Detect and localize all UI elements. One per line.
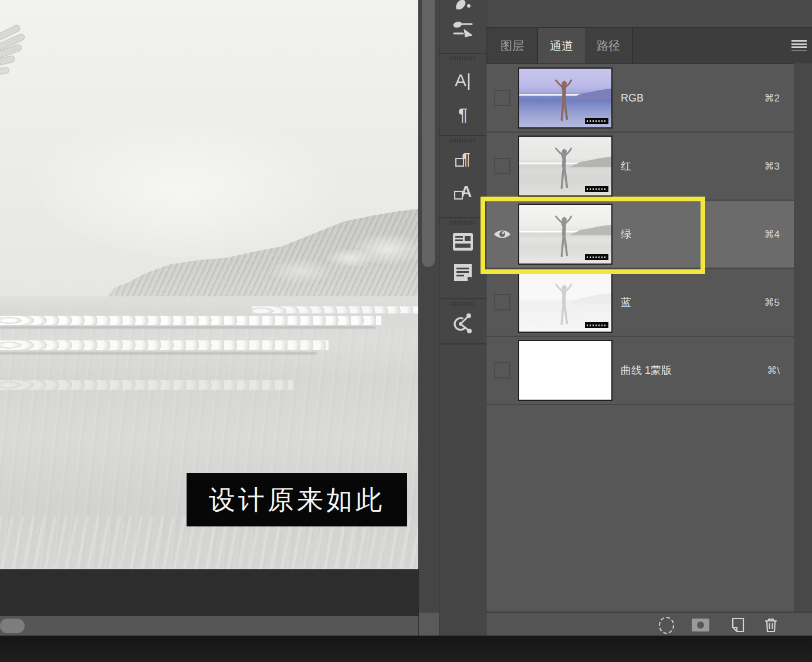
wave-foam [252, 306, 418, 313]
channel-shortcut: ⌘4 [764, 228, 794, 241]
wave-foam [0, 316, 381, 325]
visibility-cell[interactable] [486, 90, 518, 106]
wave-foam [0, 380, 293, 390]
channel-thumbnail[interactable] [518, 204, 613, 265]
channel-shortcut: ⌘3 [764, 160, 794, 173]
vertical-scrollbar-thumb[interactable] [422, 0, 435, 267]
raised-hand [0, 25, 35, 89]
panel-tab-bar: 图层 通道 路径 [486, 28, 812, 64]
load-channel-as-selection-button[interactable] [657, 615, 676, 635]
bottom-dark-strip [0, 636, 812, 662]
thumbnail-hill [569, 225, 611, 235]
thumbnail-hill [569, 89, 611, 99]
mask-icon [692, 619, 709, 631]
channel-row[interactable]: 红 ⌘3 [486, 133, 794, 201]
visibility-checkbox[interactable] [494, 294, 510, 310]
channel-shortcut: ⌘\ [767, 364, 794, 377]
channel-row[interactable]: 蓝 ⌘5 [486, 269, 794, 337]
channel-shortcut: ⌘5 [764, 296, 794, 309]
paragraph-styles-icon[interactable]: ¶ [439, 151, 486, 167]
horizontal-scrollbar-thumb[interactable] [0, 619, 25, 633]
visibility-checkbox[interactable] [494, 362, 510, 379]
channel-row[interactable]: RGB ⌘2 [486, 65, 794, 133]
visibility-cell[interactable] [486, 294, 518, 310]
thumbnail-person [553, 282, 574, 327]
brush-tip-icon[interactable] [439, 0, 486, 13]
channel-shortcut: ⌘2 [764, 92, 794, 104]
photoshop-window: 设计原来如此 A| ¶ ¶ [0, 0, 812, 662]
notes-panel-icon[interactable] [439, 263, 486, 284]
channel-row[interactable]: 曲线 1蒙版 ⌘\ [486, 337, 794, 405]
channel-name: 绿 [621, 227, 764, 241]
character-panel-icon[interactable]: A| [439, 72, 486, 89]
channel-name: 曲线 1蒙版 [621, 363, 767, 377]
thumbnail-watermark [585, 118, 608, 124]
character-styles-icon[interactable]: A [439, 184, 486, 200]
tab-layers[interactable]: 图层 [489, 28, 536, 63]
thumbnail-watermark [585, 186, 608, 192]
panel-menu-icon[interactable] [791, 40, 807, 50]
channel-name: RGB [621, 92, 764, 104]
pasteboard [0, 569, 418, 616]
panel-scroll-gutter [794, 63, 812, 612]
channel-thumbnail[interactable] [518, 67, 613, 129]
thumbnail-hill [569, 293, 611, 303]
new-channel-button[interactable] [728, 615, 748, 635]
brushes-icon[interactable] [439, 20, 486, 42]
document-canvas[interactable]: 设计原来如此 [0, 0, 418, 569]
caption-text: 设计原来如此 [209, 482, 385, 518]
channels-panel: 图层 通道 路径 [486, 0, 812, 636]
visibility-checkbox[interactable] [494, 90, 510, 106]
channel-row[interactable]: 绿 ⌘4 [486, 201, 794, 269]
trash-icon [763, 617, 779, 633]
thumbnail-person [553, 214, 574, 259]
channel-name: 红 [621, 159, 764, 173]
tab-channels[interactable]: 通道 [537, 28, 586, 63]
channel-thumbnail[interactable] [518, 272, 613, 333]
channel-thumbnail[interactable] [518, 136, 613, 197]
wave-foam [0, 340, 329, 350]
channel-thumbnail[interactable] [518, 340, 613, 401]
horizontal-scrollbar[interactable] [0, 616, 418, 636]
caption-banner: 设计原来如此 [187, 473, 407, 526]
panel-footer [486, 612, 812, 637]
dashed-circle-icon [659, 617, 674, 634]
scrollbar-corner [419, 613, 439, 636]
panel-dock: A| ¶ ¶ A [439, 0, 486, 636]
visibility-checkbox[interactable] [494, 158, 510, 174]
wave-shadow [0, 352, 317, 354]
delete-channel-button[interactable] [761, 615, 781, 635]
thumbnail-watermark [585, 322, 608, 328]
channel-rows: RGB ⌘2 [486, 65, 794, 405]
visibility-cell[interactable] [486, 158, 518, 174]
properties-card-icon[interactable] [439, 232, 486, 254]
channel-name: 蓝 [621, 295, 764, 309]
paragraph-panel-icon[interactable]: ¶ [439, 106, 486, 123]
wave-shadow [0, 326, 375, 329]
panel-top-strip [486, 0, 812, 28]
eye-icon[interactable] [493, 228, 511, 240]
visibility-cell[interactable] [486, 228, 518, 240]
thumbnail-watermark [585, 254, 608, 260]
new-page-icon [730, 617, 746, 633]
share-nodes-icon[interactable] [439, 311, 486, 337]
tab-paths[interactable]: 路径 [585, 28, 633, 63]
thumbnail-person [553, 78, 574, 123]
save-selection-as-channel-button[interactable] [691, 615, 710, 635]
thumbnail-hill [569, 157, 611, 167]
thumbnail-person [553, 146, 574, 191]
visibility-cell[interactable] [486, 362, 518, 379]
